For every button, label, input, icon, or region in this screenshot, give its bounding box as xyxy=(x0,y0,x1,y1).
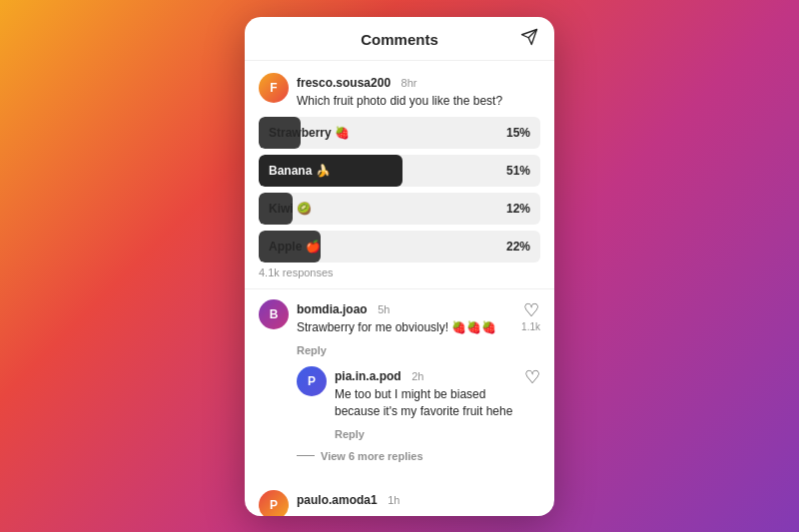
view-more-replies-label: View 6 more replies xyxy=(321,450,423,462)
poll-option-strawberry[interactable]: Strawberry 🍓 15% xyxy=(259,117,540,149)
poll-option-banana[interactable]: Banana 🍌 51% xyxy=(259,155,540,187)
poll-comment-block: F fresco.sousa200 8hr Which fruit photo … xyxy=(245,61,554,290)
pia-username[interactable]: pia.in.a.pod xyxy=(335,369,401,383)
poll-label-apple: Apple 🍎 xyxy=(259,240,321,254)
nested-comment-pia: P pia.in.a.pod 2h Me too but I might be … xyxy=(297,358,540,446)
poll-percent-kiwi: 12% xyxy=(506,202,530,216)
bomdia-like-count: 1.1k xyxy=(521,321,540,332)
header-title: Comments xyxy=(361,31,438,48)
bomdia-actions: Reply xyxy=(297,340,513,358)
poll-label-strawberry: Strawberry 🍓 xyxy=(259,126,350,140)
pia-text: Me too but I might be biased because it'… xyxy=(335,386,516,420)
paulo-comment-right: paulo.amoda1 1h xyxy=(297,490,540,516)
bomdia-username[interactable]: bomdia.joao xyxy=(297,302,368,316)
comments-header: Comments xyxy=(245,17,554,61)
poll-container: Strawberry 🍓 15% Banana 🍌 51% Kiwi 🥝 12%… xyxy=(259,117,540,263)
bomdia-time: 5h xyxy=(378,303,390,315)
paulo-username[interactable]: paulo.amoda1 xyxy=(297,493,378,507)
heart-icon-bomdia[interactable]: ♡ xyxy=(523,301,539,319)
pia-like-col: ♡ xyxy=(524,366,540,386)
view-more-replies[interactable]: View 6 more replies xyxy=(297,446,540,470)
pia-actions: Reply xyxy=(335,424,516,442)
comment-paulo-block: P paulo.amoda1 1h xyxy=(245,478,554,516)
bomdia-text: Strawberry for me obviously! 🍓🍓🍓 xyxy=(297,319,513,336)
avatar-paulo: P xyxy=(259,490,289,516)
comment-bomdia-row: B bomdia.joao 5h Strawberry for me obvio… xyxy=(259,299,540,358)
send-icon[interactable] xyxy=(520,28,538,50)
poll-username[interactable]: fresco.sousa200 xyxy=(297,76,391,90)
poll-option-apple[interactable]: Apple 🍎 22% xyxy=(259,231,540,263)
poll-question: Which fruit photo did you like the best? xyxy=(297,93,540,110)
pia-reply-link[interactable]: Reply xyxy=(335,428,365,440)
poll-percent-banana: 51% xyxy=(506,164,530,178)
poll-time: 8hr xyxy=(401,77,417,89)
paulo-time: 1h xyxy=(388,494,400,506)
comment-paulo-row: P paulo.amoda1 1h xyxy=(259,490,540,516)
heart-icon-pia[interactable]: ♡ xyxy=(524,368,540,386)
pia-comment-right: pia.in.a.pod 2h Me too but I might be bi… xyxy=(335,366,516,442)
comments-content: F fresco.sousa200 8hr Which fruit photo … xyxy=(245,61,554,516)
bomdia-like-col: ♡ 1.1k xyxy=(521,299,540,358)
phone-container: Comments F fresco.sousa200 8hr Which fru… xyxy=(245,17,554,516)
avatar-bomdia: B xyxy=(259,299,289,329)
poll-percent-apple: 22% xyxy=(506,240,530,254)
comment-bomdia-block: B bomdia.joao 5h Strawberry for me obvio… xyxy=(245,289,554,477)
avatar-pia: P xyxy=(297,366,327,396)
avatar-fresco: F xyxy=(259,73,289,103)
poll-comment-meta: fresco.sousa200 8hr Which fruit photo di… xyxy=(297,73,540,110)
pia-time: 2h xyxy=(411,370,423,382)
poll-option-kiwi[interactable]: Kiwi 🥝 12% xyxy=(259,193,540,225)
poll-comment-header: F fresco.sousa200 8hr Which fruit photo … xyxy=(259,73,540,110)
poll-label-kiwi: Kiwi 🥝 xyxy=(259,202,312,216)
poll-responses: 4.1k responses xyxy=(259,266,540,278)
poll-label-banana: Banana 🍌 xyxy=(259,164,331,178)
poll-percent-strawberry: 15% xyxy=(506,126,530,140)
bomdia-reply-link[interactable]: Reply xyxy=(297,344,327,356)
comment-bomdia-right: bomdia.joao 5h Strawberry for me obvious… xyxy=(297,299,513,358)
